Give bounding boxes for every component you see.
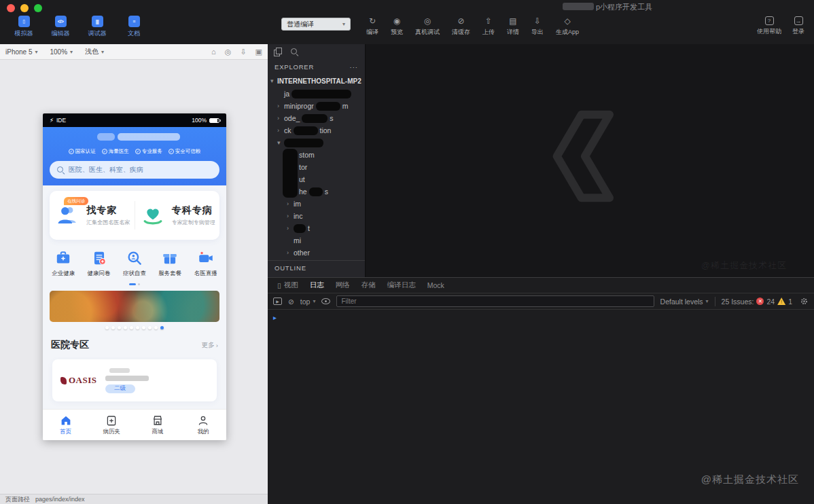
details-button[interactable]: ▤ 详情 xyxy=(501,16,525,37)
explorer-mini-toolbar xyxy=(268,44,365,59)
pages-icon[interactable] xyxy=(274,48,281,56)
page-path-value[interactable]: pages/index/index xyxy=(35,496,85,503)
play-icon[interactable]: ▶ xyxy=(273,298,282,305)
chevron-right-icon: › xyxy=(277,115,282,122)
zoom-window-button[interactable] xyxy=(34,4,42,12)
simulator-toggle-button[interactable]: ▯ 模拟器 xyxy=(8,16,39,38)
tab-log[interactable]: 日志 xyxy=(310,281,324,290)
banner-carousel[interactable] xyxy=(50,291,219,322)
tab-network[interactable]: 网络 xyxy=(336,281,350,290)
sim-share-icon[interactable]: ⇩ xyxy=(240,48,246,56)
quick-link-symptom-self-check[interactable]: 症状自查 xyxy=(123,249,146,278)
tree-item[interactable]: › miniprogr m xyxy=(268,100,365,112)
check-circle-icon: ✓ xyxy=(135,149,141,154)
tree-item[interactable]: › ode_ s xyxy=(268,112,365,124)
tree-item[interactable]: ▾ xyxy=(268,137,365,149)
quick-link-health-questionnaire[interactable]: 健康问卷 xyxy=(88,249,111,278)
close-window-button[interactable] xyxy=(7,4,15,12)
clear-console-icon[interactable]: ⊘ xyxy=(288,298,294,306)
specialty-card[interactable]: 专科专病 专家定制专病管理 xyxy=(135,202,220,229)
export-button[interactable]: ⇩ 导出 xyxy=(525,16,550,37)
tab-medical-records[interactable]: 病历夹 xyxy=(89,410,135,440)
more-actions-button[interactable]: ··· xyxy=(350,63,359,71)
profile-tab-icon xyxy=(197,414,209,427)
help-button[interactable]: ? 使用帮助 xyxy=(757,16,781,36)
quick-links-indicator xyxy=(43,283,226,285)
window-title: p小程序开发工具 xyxy=(596,2,652,12)
login-button[interactable]: → 登录 xyxy=(792,16,804,36)
redaction-patch xyxy=(109,368,130,373)
device-debug-button[interactable]: ◎ 真机调试 xyxy=(409,16,446,37)
quick-link-enterprise-health[interactable]: 企业健康 xyxy=(52,249,75,278)
log-levels-select[interactable]: Default levels ▾ xyxy=(660,298,709,306)
outline-section[interactable]: OUTLINE xyxy=(268,260,365,275)
tab-profile[interactable]: 我的 xyxy=(181,410,227,440)
search-placeholder: 医院、医生、科室、疾病 xyxy=(69,165,143,175)
panel-toggle-group: ▯ 模拟器 </> 编辑器 ||| 调试器 ≡ 文档 xyxy=(8,16,149,38)
console-prompt-icon: ▸ xyxy=(273,314,277,321)
sim-home-icon[interactable]: ⌂ xyxy=(211,48,216,56)
tree-item[interactable]: › other xyxy=(268,247,365,259)
tab-mock[interactable]: Mock xyxy=(427,281,444,289)
preview-button[interactable]: ◉ 预览 xyxy=(385,16,409,37)
sim-location-icon[interactable]: ◎ xyxy=(225,48,232,56)
debug-console-panel: ▯ 视图 日志 网络 存储 编译日志 Mock ▶ ⊘ top ▾ Defaul… xyxy=(268,277,814,504)
tree-item[interactable]: › im xyxy=(268,198,365,210)
search-bar[interactable]: 医院、医生、科室、疾病 xyxy=(50,161,219,179)
upload-button[interactable]: ⇧ 上传 xyxy=(476,16,501,37)
compile-button[interactable]: ↻ 编译 xyxy=(360,16,385,37)
tab-storage[interactable]: 存储 xyxy=(361,281,376,290)
debugger-toggle-button[interactable]: ||| 调试器 xyxy=(82,16,113,38)
compile-mode-select[interactable]: 普通编译 ▾ xyxy=(281,18,351,31)
caret-down-icon: ▾ xyxy=(101,49,104,55)
console-filter-input[interactable] xyxy=(336,295,654,307)
error-icon: ✕ xyxy=(756,298,764,305)
device-select[interactable]: iPhone 5 ▾ xyxy=(5,48,38,56)
clear-cache-button[interactable]: ⊘ 清缓存 xyxy=(446,16,476,37)
redaction-patch xyxy=(309,187,323,196)
theme-select[interactable]: 浅色 ▾ xyxy=(85,47,104,56)
find-expert-card[interactable]: 在线问诊 找专家 汇集全国名医名家 xyxy=(50,202,135,229)
search-icon[interactable] xyxy=(291,48,298,55)
redaction-patch xyxy=(283,149,298,198)
quick-link-service-package[interactable]: 服务套餐 xyxy=(158,249,181,278)
tab-compile-log[interactable]: 编译日志 xyxy=(387,281,416,290)
minimize-window-button[interactable] xyxy=(20,4,29,12)
top-toolbar: p小程序开发工具 ▯ 模拟器 </> 编辑器 ||| 调试器 ≡ 文档 普通编译… xyxy=(0,0,814,44)
tab-home[interactable]: 首页 xyxy=(43,410,89,440)
console-settings-button[interactable] xyxy=(800,297,809,306)
check-circle-icon: ✓ xyxy=(69,149,74,154)
redaction-patch xyxy=(563,3,594,10)
tree-item[interactable]: › inc xyxy=(268,210,365,222)
caret-down-icon: ▾ xyxy=(35,49,37,55)
generate-app-button[interactable]: ◇ 生成App xyxy=(550,16,585,37)
eye-icon[interactable] xyxy=(321,298,330,304)
check-circle-icon: ✓ xyxy=(102,149,107,154)
carrier-label: IDE xyxy=(56,117,66,124)
editor-toggle-button[interactable]: </> 编辑器 xyxy=(45,16,76,38)
battery-percent: 100% xyxy=(192,117,207,124)
chevron-right-icon: › xyxy=(277,103,282,109)
hospital-card[interactable]: OASIS 二级 xyxy=(52,359,217,401)
context-select[interactable]: top ▾ xyxy=(300,298,316,306)
quick-link-doctor-live[interactable]: 名医直播 xyxy=(194,249,217,278)
toolbar-right-actions: ? 使用帮助 → 登录 xyxy=(757,16,804,36)
console-toolbar: ▶ ⊘ top ▾ Default levels ▾ 25 Issues: ✕ … xyxy=(268,293,814,310)
tree-item[interactable]: › ck tion xyxy=(268,124,365,137)
caret-down-icon: ▾ xyxy=(342,21,345,27)
zoom-select[interactable]: 100% ▾ xyxy=(50,48,73,56)
project-root-item[interactable]: ▾ INTERNETHOSPITAL-MP2 xyxy=(268,74,365,88)
more-link[interactable]: 更多 › xyxy=(202,341,218,350)
chevron-right-icon: › xyxy=(287,249,291,256)
tab-mall[interactable]: 商城 xyxy=(135,410,181,440)
tab-view[interactable]: ▯ 视图 xyxy=(277,281,298,290)
tree-item[interactable]: ja xyxy=(268,88,365,100)
trust-badges: ✓国家认证 ✓海量医生 ✓专业服务 ✓安全可信赖 xyxy=(43,148,226,155)
lightning-icon: ⚡ xyxy=(50,117,54,124)
issues-counter[interactable]: 25 Issues: ✕ 24 ! 1 xyxy=(722,298,792,306)
docs-button[interactable]: ≡ 文档 xyxy=(118,16,149,38)
sim-screenshot-icon[interactable]: ▣ xyxy=(255,48,262,56)
tree-item[interactable]: mi xyxy=(268,234,365,247)
simulator-icon: ▯ xyxy=(18,16,30,27)
tree-item[interactable]: › t xyxy=(268,222,365,234)
